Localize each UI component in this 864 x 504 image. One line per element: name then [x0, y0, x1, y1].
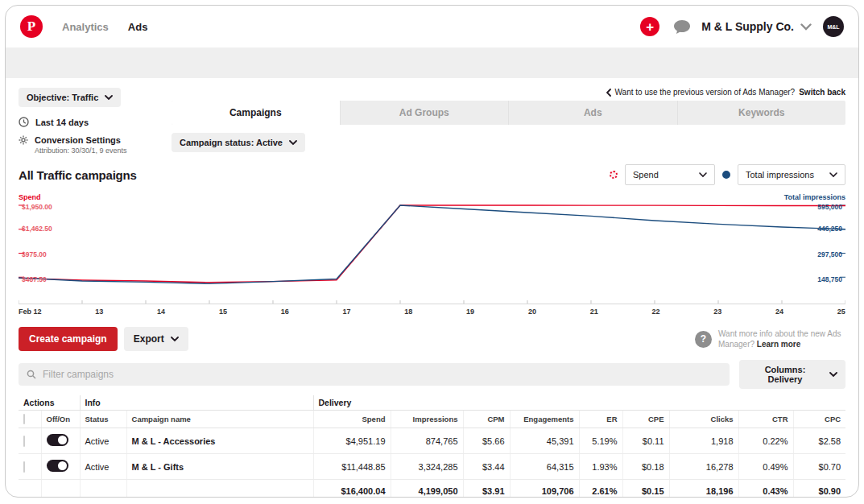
- filter-bar: Columns: Delivery: [19, 360, 845, 389]
- gear-icon: [19, 135, 28, 145]
- objective-dropdown[interactable]: Objective: Traffic: [19, 88, 121, 107]
- cell-spend: $11,448.85: [313, 454, 391, 480]
- export-label: Export: [134, 333, 164, 345]
- axis-titles: Spend Total impressions: [19, 193, 845, 201]
- account-switcher[interactable]: M & L Supply Co.: [701, 20, 812, 33]
- tab-ads[interactable]: Ads: [508, 101, 677, 125]
- cell-clicks: 16,278: [669, 454, 738, 480]
- y-axis-tick-label: $975.00: [22, 250, 47, 258]
- campaign-toggle[interactable]: [47, 434, 68, 446]
- cell-cpe: $0.18: [622, 454, 669, 480]
- group-header-actions: Actions: [19, 395, 80, 411]
- controls-left: Objective: Traffic Last 14 days Conversi…: [19, 88, 154, 155]
- row-toggle-cell: [41, 428, 80, 454]
- tab-keywords[interactable]: Keywords: [677, 101, 846, 125]
- cell-engagements: 45,391: [510, 428, 579, 454]
- cell-cpe: $0.11: [622, 428, 669, 454]
- campaign-status-dropdown[interactable]: Campaign status: Active: [172, 133, 305, 152]
- metric-select-impressions-value: Total impressions: [746, 170, 814, 180]
- filter-input-wrap: [19, 363, 730, 386]
- chevron-down-icon: [829, 172, 837, 178]
- x-axis-tick-label: 17: [342, 308, 350, 316]
- x-axis-tick-label: 20: [528, 308, 536, 316]
- columns-dropdown[interactable]: Columns: Delivery: [739, 360, 845, 389]
- nav-ads[interactable]: Ads: [128, 21, 148, 33]
- col-cpe: CPE: [622, 411, 669, 428]
- total-ctr: 0.43%: [738, 480, 793, 498]
- x-axis-tick-label: 14: [157, 308, 165, 316]
- select-all-cell: [19, 411, 41, 428]
- main-content: Objective: Traffic Last 14 days Conversi…: [6, 78, 858, 498]
- previous-version-row: Want to use the previous version of Ads …: [172, 88, 845, 97]
- select-all-checkbox[interactable]: [23, 414, 25, 424]
- total-cpc: $0.90: [793, 480, 845, 498]
- previous-version-text: Want to use the previous version of Ads …: [615, 88, 796, 97]
- impressions-legend-dot-icon: [722, 171, 730, 179]
- notifications-bubble-icon[interactable]: [674, 20, 690, 34]
- tab-ad-groups[interactable]: Ad Groups: [340, 101, 509, 125]
- cell-ctr: 0.22%: [738, 428, 793, 454]
- conversion-settings-title: Conversion Settings: [35, 135, 127, 145]
- x-axis-tick-label: 21: [590, 308, 598, 316]
- date-range-label: Last 14 days: [35, 118, 89, 127]
- y-axis-tick-label: 595,000: [817, 203, 842, 211]
- chart-header: All Traffic campaigns Spend Total impres…: [19, 164, 845, 185]
- total-cpe: $0.15: [622, 480, 669, 498]
- x-axis-tick-label: 15: [219, 308, 227, 316]
- spend-legend-dot-icon: [610, 171, 618, 179]
- row-toggle-cell: [41, 454, 80, 480]
- campaign-toggle[interactable]: [47, 460, 68, 472]
- totals-empty-cell: [126, 480, 313, 498]
- total-clicks: 18,196: [669, 480, 738, 498]
- status-row: Campaign status: Active: [172, 133, 845, 152]
- row-checkbox[interactable]: [23, 461, 25, 473]
- totals-empty-cell: [80, 480, 126, 498]
- create-campaign-button[interactable]: Create campaign: [19, 327, 118, 351]
- x-axis-tick-label: 23: [713, 308, 721, 316]
- campaign-name-link[interactable]: M & L - Accessories: [126, 428, 313, 454]
- export-dropdown[interactable]: Export: [124, 327, 188, 351]
- learn-more-link[interactable]: Learn more: [757, 340, 800, 349]
- metric-select-spend[interactable]: Spend: [625, 164, 715, 185]
- cell-er: 5.19%: [579, 428, 622, 454]
- campaign-name-link[interactable]: M & L - Gifts: [126, 454, 313, 480]
- conversion-settings-text: Conversion Settings Attribution: 30/30/1…: [35, 135, 127, 155]
- row-status: Active: [80, 428, 126, 454]
- x-axis-tick-label: 25: [837, 308, 845, 316]
- col-cpm: CPM: [463, 411, 510, 428]
- avatar[interactable]: M&L: [823, 16, 844, 37]
- conversion-settings-control[interactable]: Conversion Settings Attribution: 30/30/1…: [19, 135, 154, 155]
- campaigns-table: Actions Info Delivery Off/On Status Camp…: [19, 395, 845, 498]
- columns-label: Columns: Delivery: [747, 365, 823, 384]
- y-axis-tick-label: 297,500: [817, 250, 842, 258]
- metric-select-impressions[interactable]: Total impressions: [738, 164, 845, 185]
- cell-cpc: $2.58: [793, 428, 845, 454]
- chevron-down-icon: [289, 140, 297, 146]
- controls-row: Objective: Traffic Last 14 days Conversi…: [19, 88, 845, 155]
- total-spend: $16,400.04: [313, 480, 391, 498]
- row-select-cell: [19, 454, 41, 480]
- chart-title: All Traffic campaigns: [19, 168, 137, 182]
- controls-right: Want to use the previous version of Ads …: [172, 88, 845, 155]
- new-manager-promo: ? Want more info about the new Ads Manag…: [695, 328, 845, 349]
- total-cpm: $3.91: [463, 480, 510, 498]
- chevron-down-icon: [800, 23, 812, 31]
- cell-engagements: 64,315: [510, 454, 579, 480]
- create-plus-button[interactable]: +: [640, 17, 659, 36]
- row-status: Active: [80, 454, 126, 480]
- row-checkbox[interactable]: [23, 436, 25, 447]
- chart-section: All Traffic campaigns Spend Total impres…: [19, 164, 845, 316]
- switch-back-link[interactable]: Switch back: [799, 88, 845, 97]
- table-column-header-row: Off/On Status Campaign name Spend Impres…: [19, 411, 845, 428]
- group-header-info: Info: [80, 395, 313, 411]
- pinterest-logo-icon[interactable]: P: [20, 15, 43, 38]
- filter-campaigns-input[interactable]: [43, 369, 721, 380]
- level-tabs: Campaigns Ad Groups Ads Keywords: [172, 101, 845, 125]
- clock-icon: [19, 117, 29, 127]
- group-header-delivery: Delivery: [313, 395, 845, 411]
- tab-campaigns[interactable]: Campaigns: [172, 101, 340, 125]
- account-name: M & L Supply Co.: [701, 20, 794, 33]
- nav-analytics[interactable]: Analytics: [62, 21, 109, 33]
- promo-text: Want more info about the new Ads Manager…: [718, 328, 845, 349]
- date-range-control[interactable]: Last 14 days: [19, 117, 154, 127]
